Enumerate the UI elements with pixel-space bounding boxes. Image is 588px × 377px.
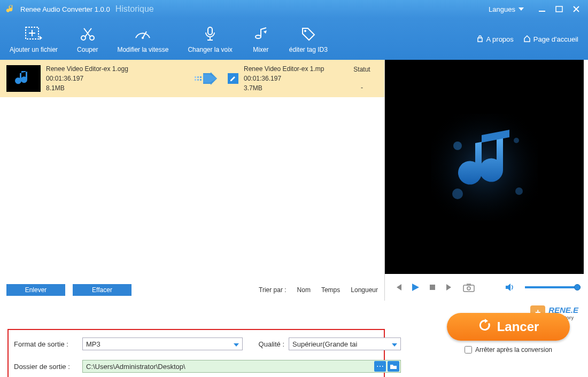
maximize-button[interactable] [553,4,566,14]
titlebar: Renee Audio Converter 1.0.0 Historique L… [0,0,588,18]
dest-duration: 00:01:36.197 [244,74,341,83]
dest-size: 3.7MB [244,83,341,93]
svg-rect-6 [208,27,212,35]
svg-point-17 [453,142,462,150]
prev-button[interactable] [392,281,404,293]
tool-label: Ajouter un fichier [10,46,58,53]
lock-icon [476,35,484,44]
minimize-button[interactable] [536,4,548,14]
stop-after-label: Arrêter après la conversion [475,346,552,354]
edit-output-icon[interactable] [228,73,238,84]
tool-label: éditer tag ID3 [289,46,328,53]
home-link[interactable]: Page d'accueil [523,35,578,44]
svg-point-5 [142,37,144,39]
svg-point-8 [304,30,306,32]
source-duration: 00:01:36.197 [46,74,185,83]
app-logo-icon [5,4,16,14]
dest-name: Renee Video Editor-ex 1.mp [244,64,341,74]
sort-time[interactable]: Temps [321,286,340,294]
stop-button[interactable] [427,281,438,293]
chevron-down-icon [392,340,397,348]
source-name: Renee Video Editor-ex 1.ogg [46,64,185,74]
tool-label: Modifier la vitesse [117,46,168,53]
app-title: Renee Audio Converter 1.0.0 [20,5,110,13]
volume-icon[interactable] [504,281,515,293]
format-value: MP3 [86,340,100,348]
tool-label: Mixer [253,46,268,53]
folder-input[interactable]: C:\Users\Administrator\Desktop\ ⋯ [82,360,401,373]
mix-icon [252,25,270,43]
file-row[interactable]: Renee Video Editor-ex 1.ogg 00:01:36.197… [0,60,384,97]
svg-point-20 [515,187,523,195]
playback-controls [385,274,588,301]
preview-panel [385,60,588,301]
folder-value: C:\Users\Administrator\Desktop\ [86,363,185,371]
sort-length[interactable]: Longueur [351,286,378,294]
svg-rect-10 [195,76,196,78]
more-folder-button[interactable]: ⋯ [374,361,386,372]
chevron-down-icon [519,7,524,11]
svg-rect-11 [197,76,199,78]
status-header: Statut [346,66,378,73]
next-button[interactable] [444,281,455,293]
source-size: 8.1MB [46,83,185,93]
gauge-icon [134,25,152,43]
microphone-icon [201,25,219,43]
svg-rect-0 [539,11,545,12]
scissors-icon [79,25,97,43]
chevron-down-icon [234,340,239,348]
play-button[interactable] [409,281,421,293]
svg-rect-22 [463,285,474,292]
file-list-panel: Renee Video Editor-ex 1.ogg 00:01:36.197… [0,60,385,301]
language-selector[interactable]: Langues [489,5,524,13]
svg-rect-15 [200,79,202,81]
quality-select[interactable]: Supérieur(Grande tai [289,337,401,350]
quality-label: Qualité : [247,340,284,348]
format-select[interactable]: MP3 [82,337,243,350]
svg-rect-1 [556,6,562,12]
add-file-button[interactable]: Ajouter un fichier [0,25,67,53]
svg-rect-13 [195,79,196,81]
sort-name[interactable]: Nom [297,286,311,294]
svg-rect-9 [478,38,482,42]
clear-button[interactable]: Effacer [73,284,131,296]
tool-label: Couper [77,46,98,53]
svg-rect-12 [200,76,202,78]
volume-slider[interactable] [525,286,581,288]
speed-button[interactable]: Modifier la vitesse [107,25,178,53]
home-icon [523,35,531,44]
language-label: Langues [489,5,515,13]
launch-label: Lancer [497,319,539,334]
arrow-icon [190,71,222,86]
svg-rect-14 [197,79,199,81]
stop-after-checkbox[interactable]: Arrêter après la conversion [465,346,552,354]
svg-rect-21 [430,285,435,290]
status-value: - [346,84,378,91]
folder-label: Dossier de sortie : [14,363,78,371]
close-button[interactable] [570,4,583,14]
open-folder-button[interactable] [388,361,399,372]
svg-point-7 [256,35,261,38]
launch-button[interactable]: Lancer [447,313,570,341]
mix-button[interactable]: Mixer [242,25,280,53]
refresh-icon [478,318,492,335]
cut-button[interactable]: Couper [67,25,107,53]
about-link[interactable]: A propos [476,35,514,44]
remove-button[interactable]: Enlever [6,284,65,296]
voice-button[interactable]: Changer la voix [178,25,242,53]
svg-point-19 [452,189,463,199]
id3-button[interactable]: éditer tag ID3 [280,25,337,53]
format-label: Format de sortie : [14,340,78,348]
sort-label: Trier par : [259,286,287,294]
film-add-icon [25,25,43,43]
source-info: Renee Video Editor-ex 1.ogg 00:01:36.197… [46,64,185,93]
stop-after-input[interactable] [465,346,472,354]
tool-label: Changer la voix [188,46,232,53]
snapshot-button[interactable] [461,281,477,293]
svg-point-18 [514,138,519,143]
status-column: Statut - [346,66,378,91]
main-toolbar: Ajouter un fichier Couper Modifier la vi… [0,18,588,60]
tag-icon [299,25,318,43]
preview-video [385,60,584,274]
history-link[interactable]: Historique [115,4,154,14]
